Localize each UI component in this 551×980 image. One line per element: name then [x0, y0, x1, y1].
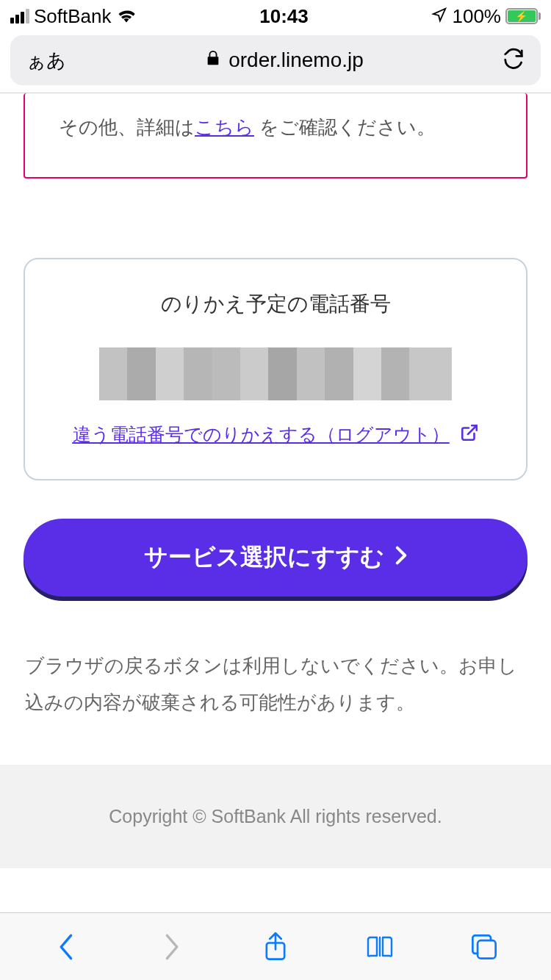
address-bar[interactable]: ぁあ order.linemo.jp — [10, 35, 541, 85]
copyright: Copyright © SoftBank All rights reserved… — [109, 806, 442, 826]
browser-chrome: ぁあ order.linemo.jp — [0, 32, 551, 93]
back-button[interactable] — [51, 931, 83, 963]
battery-icon: ⚡ — [505, 8, 541, 24]
forward-button[interactable] — [155, 931, 187, 963]
chevron-right-icon — [395, 546, 408, 570]
clock: 10:43 — [259, 5, 309, 28]
notice-box: その他、詳細はこちら をご確認ください。 — [24, 93, 527, 179]
share-button[interactable] — [259, 931, 292, 963]
reload-button[interactable] — [503, 48, 525, 73]
proceed-button[interactable]: サービス選択にすすむ — [24, 519, 527, 597]
external-link-icon — [460, 423, 479, 447]
reader-mode-button[interactable]: ぁあ — [26, 48, 66, 73]
cellular-signal-icon — [10, 9, 29, 24]
url-domain: order.linemo.jp — [228, 48, 364, 72]
phone-number-card: のりかえ予定の電話番号 違う電話番号でのりかえする（ログアウト） — [24, 258, 527, 480]
logout-link-label: 違う電話番号でのりかえする（ログアウト） — [73, 422, 450, 447]
location-icon — [431, 5, 447, 28]
svg-rect-1 — [478, 940, 496, 959]
footer: Copyright © SoftBank All rights reserved… — [0, 765, 551, 868]
battery-percent: 100% — [452, 5, 501, 28]
notice-link[interactable]: こちら — [195, 116, 254, 138]
carrier-label: SoftBank — [34, 5, 112, 28]
tabs-button[interactable] — [468, 931, 500, 963]
safari-toolbar — [0, 912, 551, 980]
notice-text: その他、詳細はこちら をご確認ください。 — [59, 111, 492, 143]
status-bar: SoftBank 10:43 100% ⚡ — [0, 0, 551, 32]
phone-number-redacted — [99, 347, 452, 400]
caution-text: ブラウザの戻るボタンは利用しないでください。お申し込みの内容が破棄される可能性が… — [24, 648, 527, 721]
wifi-icon — [116, 5, 137, 28]
lock-icon — [205, 48, 221, 72]
bookmarks-button[interactable] — [364, 931, 396, 963]
logout-link[interactable]: 違う電話番号でのりかえする（ログアウト） — [73, 422, 479, 447]
proceed-button-label: サービス選択にすすむ — [144, 541, 384, 574]
phone-card-title: のりかえ予定の電話番号 — [44, 290, 507, 318]
